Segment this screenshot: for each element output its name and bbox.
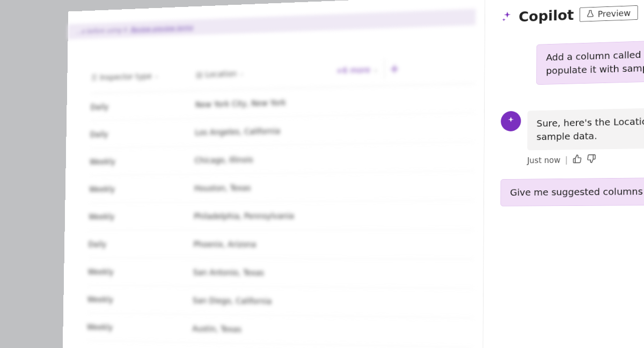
data-table-pane: …e before using it. Review preview terms…	[62, 0, 485, 348]
cell-inspector: Daily	[90, 128, 195, 139]
table-row[interactable]: WeeklyChicago, Illinois	[89, 142, 474, 176]
cell-location: San Antonio, Texas	[193, 268, 328, 278]
table-row[interactable]: WeeklySan Diego, California	[87, 286, 474, 319]
chevron-down-icon: ⌄	[373, 65, 378, 73]
copilot-pane: Copilot Preview Add a column called Loca…	[482, 0, 644, 348]
separator: |	[565, 156, 568, 165]
user-message-text: Give me suggested columns for the table	[510, 185, 644, 198]
assistant-message-text: Sure, here's the Location column with sa…	[537, 114, 644, 142]
thumbs-down-button[interactable]	[587, 154, 596, 165]
table-row[interactable]: WeeklyHouston, Texas	[89, 171, 475, 203]
banner-link[interactable]: Review preview terms	[130, 24, 193, 33]
cell-inspector: Weekly	[90, 156, 195, 166]
column-header-inspector[interactable]: ☰ Inspector type ⌄	[91, 70, 196, 82]
cell-inspector: Weekly	[89, 212, 194, 221]
table-row[interactable]: WeeklyAustin, Texas	[86, 313, 473, 347]
assistant-message: Sure, here's the Location column with sa…	[527, 106, 644, 151]
message-feedback-row: Just now |	[527, 152, 644, 166]
cell-location: New York City, New York	[195, 97, 330, 109]
cell-inspector: Weekly	[87, 267, 193, 277]
column-type-icon: ☰	[91, 73, 97, 82]
column-header-label: Location	[205, 69, 237, 79]
copilot-title: Copilot	[518, 7, 574, 25]
column-header-label: Inspector type	[100, 71, 152, 82]
chevron-down-icon: ⌄	[154, 72, 159, 79]
preview-label: Preview	[598, 8, 631, 19]
column-header-location[interactable]: ▤ Location ⌄	[196, 66, 331, 79]
user-message: Add a column called Location and populat…	[536, 38, 644, 85]
table-row[interactable]: WeeklySan Antonio, Texas	[87, 258, 474, 288]
plus-icon: +	[390, 62, 399, 76]
more-columns-button[interactable]: +6 more ⌄	[330, 64, 384, 75]
cell-location: Philadelphia, Pennsylvania	[194, 211, 328, 220]
flask-icon	[587, 9, 594, 19]
preview-badge: Preview	[580, 5, 638, 22]
add-column-button[interactable]: +	[384, 58, 405, 79]
cell-location: Austin, Texas	[192, 324, 327, 335]
more-columns-label: +6 more	[336, 65, 370, 75]
user-message: Give me suggested columns for the table	[500, 177, 644, 206]
thumbs-up-button[interactable]	[572, 154, 581, 166]
table-row[interactable]: WeeklyPhiladelphia, Pennsylvania	[89, 201, 474, 231]
copilot-header: Copilot Preview	[501, 0, 644, 26]
cell-location: Los Angeles, California	[195, 125, 330, 137]
column-type-icon: ▤	[196, 70, 203, 79]
cell-inspector: Daily	[90, 100, 195, 111]
message-timestamp: Just now	[527, 156, 560, 165]
preview-banner: …e before using it. Review preview terms	[68, 9, 476, 39]
cell-inspector: Daily	[88, 240, 193, 249]
banner-text: …e before using it.	[76, 26, 128, 35]
sparkle-icon	[501, 10, 513, 24]
cell-location: Phoenix, Arizona	[193, 240, 328, 249]
user-message-text: Add a column called Location and populat…	[546, 47, 644, 77]
cell-inspector: Weekly	[87, 295, 193, 305]
chevron-down-icon: ⌄	[239, 70, 244, 77]
cell-location: Chicago, Illinois	[194, 154, 329, 165]
copilot-avatar	[501, 111, 521, 131]
table-row[interactable]: DailyPhoenix, Arizona	[88, 230, 474, 260]
cell-location: San Diego, California	[193, 295, 328, 306]
cell-inspector: Weekly	[87, 322, 193, 333]
cell-inspector: Weekly	[89, 183, 194, 194]
cell-location: Houston, Texas	[194, 182, 329, 193]
